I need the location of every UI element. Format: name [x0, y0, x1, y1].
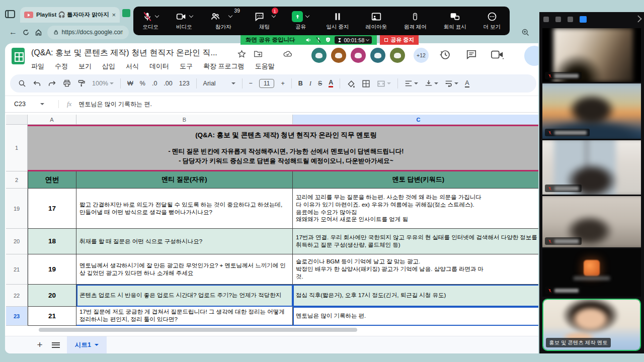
meeting-display-button[interactable]: 회의 표시	[444, 11, 466, 31]
reload-icon[interactable]	[22, 29, 30, 36]
cell-answer[interactable]: 점심 직후(짧은거), 오후 17시 정도(긴거, 퇴근길 시청 유도)	[293, 285, 538, 307]
format-currency-button[interactable]: ₩	[127, 80, 133, 87]
row-header[interactable]: 20	[6, 229, 28, 254]
menu-view[interactable]: 보기	[78, 62, 92, 71]
menu-edit[interactable]: 수정	[55, 62, 68, 71]
header-cell-answer[interactable]: 멘토 답변(키워드)	[293, 171, 538, 189]
strikethrough-button[interactable]: S	[318, 80, 322, 87]
selected-cell-c23[interactable]: 멘토님은 많이 기록하는 편.	[293, 307, 538, 326]
search-icon[interactable]	[18, 79, 26, 87]
panel-icon[interactable]	[568, 17, 573, 22]
col-header-c[interactable]: C	[293, 115, 538, 125]
chat-button[interactable]: 1 채팅	[254, 11, 275, 31]
panel-icon[interactable]	[555, 17, 561, 22]
share-timer[interactable]: 00:01:58	[335, 36, 372, 44]
text-wrap-button[interactable]	[445, 80, 458, 87]
text-rotation-button[interactable]: A	[465, 79, 469, 87]
redo-icon[interactable]	[48, 80, 56, 87]
font-select[interactable]: Arial	[203, 80, 235, 87]
share-button[interactable]: 공유	[292, 11, 309, 31]
chevron-down-icon[interactable]	[189, 14, 193, 18]
col-header-a[interactable]: A	[28, 115, 76, 125]
pause-share-button[interactable]: 일시 중지	[326, 11, 349, 31]
merge-cells-button[interactable]	[377, 79, 391, 88]
cell-num[interactable]: 18	[28, 229, 76, 254]
sheets-logo-icon[interactable]	[12, 48, 25, 64]
version-history-icon[interactable]	[439, 49, 451, 61]
cell-answer[interactable]: 슬로건이나 BGM 등이 기억에 남고 잘 맞는 광고. 박정민 배우가 한 삼…	[293, 254, 538, 285]
browser-tab-sheets-icon[interactable]	[122, 9, 130, 17]
participants-button[interactable]: 39 참가자	[210, 11, 237, 31]
collaborator-overflow-badge[interactable]: +12	[414, 48, 429, 63]
vertical-align-button[interactable]	[425, 80, 438, 87]
more-button[interactable]: 더 보기	[484, 11, 501, 31]
move-folder-icon[interactable]	[254, 50, 263, 58]
video-button[interactable]: 비디오	[176, 11, 193, 31]
menu-tools[interactable]: 도구	[180, 62, 193, 71]
print-icon[interactable]	[63, 79, 71, 87]
bold-button[interactable]: B	[298, 80, 303, 87]
browser-tab-youtube[interactable]: Playlist 🎧 틀자마자 맑아지는 기 ×	[20, 7, 120, 23]
name-box[interactable]: C23	[5, 101, 49, 108]
menu-format[interactable]: 서식	[126, 62, 139, 71]
menu-insert[interactable]: 삽입	[102, 62, 115, 71]
audio-button[interactable]: 오디오	[142, 11, 158, 31]
participant-video[interactable]	[542, 196, 641, 247]
collaborator-avatar[interactable]	[331, 48, 346, 63]
add-sheet-button[interactable]: +	[33, 339, 47, 350]
col-header-b[interactable]: B	[76, 115, 293, 125]
gallery-view-icon[interactable]	[580, 16, 587, 23]
collaborator-avatar[interactable]	[311, 48, 327, 63]
star-icon[interactable]	[237, 50, 246, 58]
stop-share-button[interactable]: 공유 중지	[380, 35, 419, 45]
row-header[interactable]: 19	[6, 189, 28, 229]
meet-camera-icon[interactable]	[491, 50, 504, 60]
borders-icon[interactable]	[362, 79, 370, 88]
increase-decimals-button[interactable]: .00	[164, 80, 172, 87]
tab-overview-icon[interactable]	[5, 10, 15, 18]
row-header-selected[interactable]: 23	[6, 307, 28, 326]
all-sheets-icon[interactable]	[52, 342, 60, 348]
title-merged-cell[interactable]: (Q&A: 홍보 및 콘텐츠 제작) 청년 현직자 온라인 직무 멘토링 - 멘…	[28, 125, 538, 171]
text-color-button[interactable]: A	[329, 79, 333, 88]
close-icon[interactable]: ×	[112, 11, 116, 19]
collaborator-avatar[interactable]	[390, 48, 405, 63]
participant-video[interactable]	[542, 83, 641, 139]
menu-data[interactable]: 데이터	[149, 62, 169, 71]
expand-icon[interactable]	[634, 15, 641, 22]
home-icon[interactable]	[35, 29, 42, 36]
chevron-down-icon[interactable]	[95, 344, 99, 346]
back-icon[interactable]: ←	[9, 28, 17, 37]
menu-file[interactable]: 파일	[31, 62, 44, 71]
cell-question[interactable]: 짧고 간결하지만 바로 의도가 전달될 수 있도록 하는 것이 중요하다고 하셨…	[76, 189, 293, 229]
cell-question[interactable]: 17번 질문에 저도 궁금한 게 겹쳐서 질문드립니다! 그 생각에 대한 정리…	[76, 307, 293, 326]
collaborator-avatar[interactable]	[351, 48, 366, 63]
share-doc-button[interactable]	[524, 46, 538, 66]
more-formats-button[interactable]: 123	[179, 80, 190, 87]
formula-input[interactable]: 멘토님은 많이 기록하는 편.	[78, 100, 151, 109]
chevron-down-icon[interactable]	[155, 14, 159, 18]
row-header[interactable]: 21	[6, 254, 28, 285]
cell-num[interactable]: 17	[28, 189, 76, 229]
undo-icon[interactable]	[33, 80, 41, 87]
row-header[interactable]: 22	[6, 285, 28, 307]
menu-help[interactable]: 도움말	[255, 62, 275, 71]
horizontal-scrollbar[interactable]	[39, 328, 357, 332]
menu-extensions[interactable]: 확장 프로그램	[203, 62, 245, 71]
cell-num[interactable]: 20	[28, 285, 76, 307]
header-cell-num[interactable]: 연번	[28, 171, 76, 189]
participant-video-camera-off[interactable]	[542, 249, 641, 297]
format-percent-button[interactable]: %	[140, 80, 145, 87]
chevron-down-icon[interactable]	[271, 14, 275, 18]
header-cell-question[interactable]: 멘티 질문(자유)	[76, 171, 293, 189]
participant-video[interactable]	[542, 28, 641, 82]
cloud-saved-icon[interactable]	[283, 50, 293, 58]
participant-video[interactable]	[542, 140, 641, 195]
collaborator-avatar[interactable]	[370, 48, 385, 63]
row-header-2[interactable]: 2	[6, 171, 28, 189]
cell-num[interactable]: 21	[28, 307, 76, 326]
paint-format-icon[interactable]	[77, 79, 86, 87]
row-header-1[interactable]: 1	[6, 125, 28, 171]
active-speaker-video[interactable]: 홍보 및 콘텐츠 제작 멘토	[542, 299, 641, 351]
corner-cell[interactable]	[6, 115, 28, 125]
